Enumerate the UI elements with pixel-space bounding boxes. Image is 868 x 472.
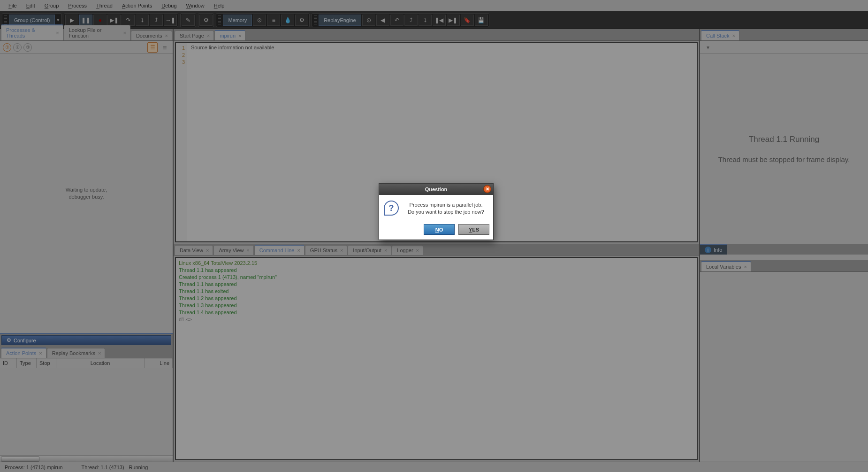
close-icon[interactable]: × <box>238 33 241 39</box>
close-icon[interactable]: × <box>732 33 735 39</box>
replay-goto-start-button[interactable]: ❚◀ <box>433 15 446 26</box>
menu-debug[interactable]: Debug <box>157 1 181 10</box>
tab-documents[interactable]: Documents× <box>131 31 172 40</box>
next-button[interactable]: ▶❚ <box>107 15 121 26</box>
halt-button[interactable]: ❚❚ <box>79 15 92 26</box>
close-icon[interactable]: × <box>384 248 387 253</box>
line-num: 1 <box>178 45 185 52</box>
col-stop[interactable]: Stop <box>37 358 56 368</box>
run-to-button[interactable]: →❚ <box>164 15 177 26</box>
replay-bookmark-button[interactable]: 🔖 <box>461 15 474 26</box>
horizontal-scrollbar[interactable] <box>0 455 173 462</box>
close-icon[interactable]: × <box>98 350 101 356</box>
replay-save-button[interactable]: 💾 <box>475 15 488 26</box>
menu-action-points[interactable]: Action Points <box>117 1 157 10</box>
replay-step-in-button[interactable]: ⤵ <box>419 15 432 26</box>
tab-mpirun[interactable]: mpirun× <box>214 30 245 40</box>
replay-record-button[interactable]: ⊙ <box>362 15 375 26</box>
tab-start-page[interactable]: Start Page× <box>175 31 214 40</box>
record-button[interactable]: ● <box>93 15 107 26</box>
grip-icon <box>218 15 221 25</box>
pencil-button[interactable]: ✎ <box>182 15 195 26</box>
close-icon[interactable]: × <box>246 248 249 253</box>
locals-content <box>700 272 868 462</box>
tree-view-icon[interactable]: ☰ <box>147 42 158 53</box>
step-in-button[interactable]: ⤵ <box>136 15 149 26</box>
col-line[interactable]: Line <box>145 358 173 368</box>
ap-tabstrip: Action Points× Replay Bookmarks× <box>0 347 173 358</box>
go-button[interactable]: ▶ <box>65 15 78 26</box>
memory-leak-button[interactable]: 💧 <box>281 15 294 26</box>
tab-replay-bookmarks[interactable]: Replay Bookmarks× <box>47 348 106 358</box>
cmd-line: Thread 1.1 has appeared <box>179 267 694 274</box>
configure-bar: Configure <box>0 333 173 347</box>
replay-step-back-button[interactable]: ↶ <box>390 15 404 26</box>
info-tab[interactable]: iInfo <box>700 244 727 255</box>
cmd-line: d1.<> <box>179 316 694 323</box>
tab-gpu-status[interactable]: GPU Status× <box>305 245 348 255</box>
memory-layers-button[interactable]: ≡ <box>267 15 280 26</box>
close-icon[interactable]: × <box>297 248 300 253</box>
scope-selector[interactable]: Group (Control) <box>9 15 55 26</box>
dialog-title: Question ✕ <box>379 184 493 195</box>
ap-table-body <box>0 368 173 455</box>
menu-window[interactable]: Window <box>182 1 209 10</box>
level1-icon[interactable]: ① <box>3 43 11 52</box>
info-bar: iInfo <box>700 244 868 255</box>
step-button[interactable]: ↷ <box>122 15 135 26</box>
settings-button[interactable]: ⚙ <box>199 15 213 26</box>
col-type[interactable]: Type <box>17 358 37 368</box>
dropdown-icon[interactable]: ▾ <box>56 17 61 23</box>
tab-input-output[interactable]: Input/Output× <box>348 245 391 255</box>
toolbar-group-settings: ⚙ <box>198 13 214 27</box>
close-icon[interactable]: × <box>165 33 168 39</box>
close-icon[interactable]: × <box>56 30 59 36</box>
configure-button[interactable]: Configure <box>1 335 171 345</box>
close-icon[interactable]: × <box>39 350 42 356</box>
menu-help[interactable]: Help <box>209 1 229 10</box>
replay-step-out-button[interactable]: ⤴ <box>404 15 418 26</box>
memory-target-button[interactable]: ⊙ <box>253 15 266 26</box>
tab-data-view[interactable]: Data View× <box>175 245 213 255</box>
cmd-line: Thread 1.4 has appeared <box>179 309 694 316</box>
level3-icon[interactable]: ③ <box>23 43 32 52</box>
replay-button[interactable]: ReplayEngine <box>319 15 361 26</box>
tab-processes-threads[interactable]: Processes & Threads× <box>1 24 63 40</box>
close-icon[interactable]: × <box>340 248 343 253</box>
menu-thread[interactable]: Thread <box>91 1 117 10</box>
close-icon[interactable]: × <box>123 30 126 36</box>
tab-action-points[interactable]: Action Points× <box>1 348 46 358</box>
callstack-content: Thread 1.1 Running Thread must be stoppe… <box>700 54 868 244</box>
command-line-content[interactable]: Linux x86_64 TotalView 2023.2.15Thread 1… <box>175 257 698 461</box>
close-icon[interactable]: × <box>207 33 210 39</box>
toolbar-group-replay: ReplayEngine ⊙ ◀ ↶ ⤴ ⤵ ❚◀ ▶❚ 🔖 💾 <box>312 13 489 27</box>
step-out-button[interactable]: ⤴ <box>150 15 163 26</box>
filter-icon[interactable]: ▾ <box>703 42 713 53</box>
dialog-close-button[interactable]: ✕ <box>483 185 491 193</box>
menu-group[interactable]: Group <box>40 1 64 10</box>
tab-local-variables[interactable]: Local Variables× <box>701 261 751 271</box>
menu-file[interactable]: File <box>4 1 22 10</box>
col-location[interactable]: Location <box>56 358 145 368</box>
menu-edit[interactable]: Edit <box>22 1 40 10</box>
replay-back-button[interactable]: ◀ <box>376 15 389 26</box>
yes-button[interactable]: YES <box>458 224 489 235</box>
close-icon[interactable]: × <box>206 248 209 253</box>
toolbar-group-edit: ✎ <box>180 13 196 27</box>
level2-icon[interactable]: ② <box>13 43 22 52</box>
tab-command-line[interactable]: Command Line× <box>254 245 305 255</box>
tab-array-view[interactable]: Array View× <box>213 245 253 255</box>
tab-call-stack[interactable]: Call Stack× <box>701 30 739 40</box>
left-tabstrip: Processes & Threads× Lookup File or Func… <box>0 29 173 41</box>
memory-gear-button[interactable]: ⚙ <box>295 15 308 26</box>
close-icon[interactable]: × <box>744 264 746 270</box>
menu-process[interactable]: Process <box>63 1 91 10</box>
replay-goto-end-button[interactable]: ▶❚ <box>447 15 460 26</box>
tab-lookup[interactable]: Lookup File or Function× <box>64 25 130 40</box>
memory-button[interactable]: Memory <box>223 15 252 26</box>
col-id[interactable]: ID <box>0 358 17 368</box>
tab-logger[interactable]: Logger× <box>392 245 423 255</box>
list-view-icon[interactable]: ≣ <box>160 42 170 53</box>
close-icon[interactable]: × <box>416 248 419 253</box>
no-button[interactable]: NO <box>424 224 455 235</box>
